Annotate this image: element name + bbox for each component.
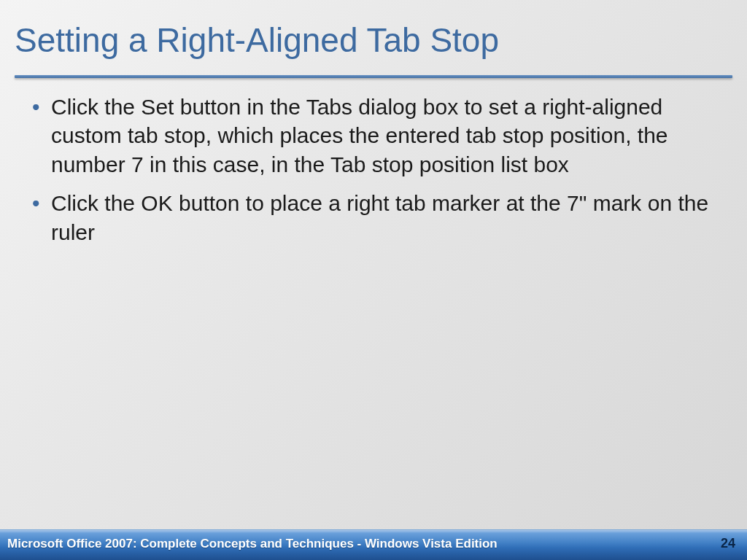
footer-bar: Microsoft Office 2007: Complete Concepts… (0, 529, 747, 560)
title-area: Setting a Right-Aligned Tab Stop (0, 0, 747, 78)
page-number: 24 (721, 536, 735, 551)
slide: Setting a Right-Aligned Tab Stop Click t… (0, 0, 747, 560)
bullet-item: Click the OK button to place a right tab… (26, 189, 721, 246)
slide-title: Setting a Right-Aligned Tab Stop (15, 22, 732, 59)
body-area: Click the Set button in the Tabs dialog … (0, 78, 747, 257)
bullet-list: Click the Set button in the Tabs dialog … (26, 93, 721, 247)
footer-text: Microsoft Office 2007: Complete Concepts… (7, 537, 498, 551)
bullet-item: Click the Set button in the Tabs dialog … (26, 93, 721, 179)
